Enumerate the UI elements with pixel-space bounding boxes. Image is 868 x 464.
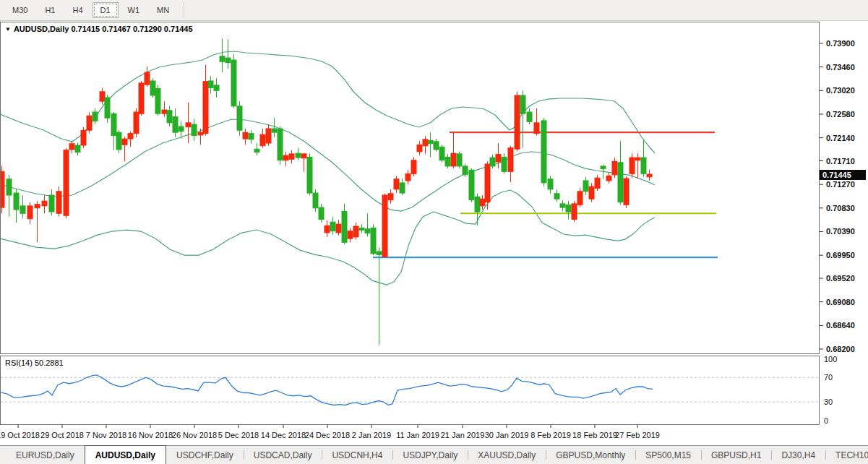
timeframe-button-m30[interactable]: M30 bbox=[4, 2, 35, 18]
tab-sp500-m15[interactable]: SP500,M15 bbox=[635, 446, 701, 464]
price-axis[interactable] bbox=[819, 22, 868, 425]
tab-audusd-daily[interactable]: AUDUSD,Daily bbox=[85, 445, 166, 464]
current-price-badge: 0.71445 bbox=[820, 170, 866, 180]
chart-title: ▼AUDUSD,Daily 0.71415 0.71467 0.71290 0.… bbox=[5, 25, 193, 33]
chart-title-text: AUDUSD,Daily 0.71415 0.71467 0.71290 0.7… bbox=[14, 25, 193, 33]
chart-canvas[interactable]: 0.739000.734600.730200.725800.721400.717… bbox=[0, 0, 868, 464]
toolbar-separator bbox=[184, 2, 184, 18]
timeframe-button-h4[interactable]: H4 bbox=[64, 2, 90, 18]
timeframe-button-group: M30H1H4D1W1MN bbox=[4, 2, 178, 18]
timeframe-button-mn[interactable]: MN bbox=[149, 2, 177, 18]
tab-usdchf-daily[interactable]: USDCHF,Daily bbox=[166, 446, 244, 464]
tab-usdcnh-h4[interactable]: USDCNH,H4 bbox=[322, 446, 392, 464]
tab-gbpusd-h1[interactable]: GBPUSD,H1 bbox=[701, 446, 771, 464]
timeframe-toolbar: M30H1H4D1W1MN bbox=[0, 0, 868, 21]
symbol-tab-bar: EURUSD,DailyAUDUSD,DailyUSDCHF,DailyUSDC… bbox=[0, 445, 868, 464]
tab-usdjpy-daily[interactable]: USDJPY,Daily bbox=[392, 446, 468, 464]
timeframe-button-h1[interactable]: H1 bbox=[37, 2, 63, 18]
tab-tech100-h1[interactable]: TECH100,H1 bbox=[825, 446, 868, 464]
symbol-tabs: EURUSD,DailyAUDUSD,DailyUSDCHF,DailyUSDC… bbox=[6, 446, 868, 464]
tab-eurusd-daily[interactable]: EURUSD,Daily bbox=[6, 446, 85, 464]
timeframe-button-w1[interactable]: W1 bbox=[120, 2, 148, 18]
rsi-indicator-label: RSI(14) 50.2881 bbox=[5, 358, 64, 367]
tab-gbpusd-monthly[interactable]: GBPUSD,Monthly bbox=[546, 446, 635, 464]
timeframe-button-d1[interactable]: D1 bbox=[93, 2, 119, 18]
tab-dj30-h4[interactable]: DJ30,H4 bbox=[771, 446, 825, 464]
time-axis[interactable] bbox=[0, 425, 819, 444]
tab-usdcad-daily[interactable]: USDCAD,Daily bbox=[244, 446, 322, 464]
tab-xauusd-daily[interactable]: XAUUSD,Daily bbox=[468, 446, 546, 464]
symbol-dropdown-icon: ▼ bbox=[5, 26, 11, 33]
